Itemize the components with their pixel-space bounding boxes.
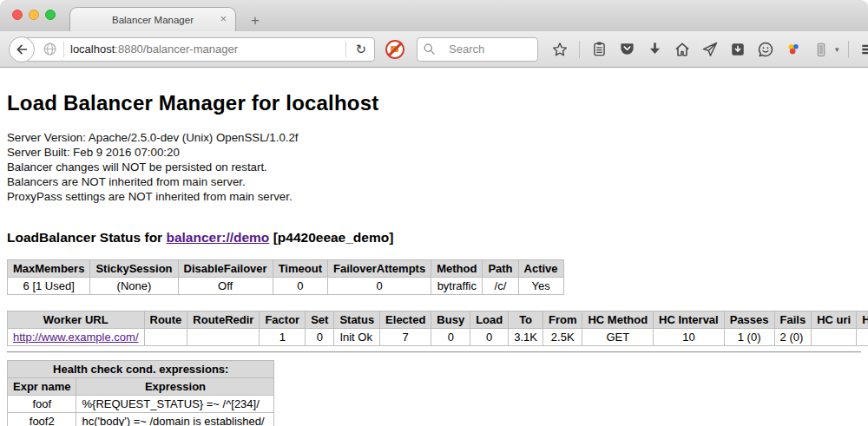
column-header: StickySession	[90, 260, 178, 278]
server-info-line: Balancers are NOT inherited from main se…	[7, 174, 861, 189]
column-header: Busy	[431, 311, 470, 329]
bookmark-star-icon[interactable]	[549, 39, 570, 60]
url-path: :8880/balancer-manager	[115, 43, 238, 56]
worker-url-link[interactable]: http://www.example.com/	[13, 331, 139, 344]
cell-worker-url: http://www.example.com/	[8, 329, 145, 346]
column-header: Passes	[724, 311, 774, 329]
url-host: localhost	[70, 43, 115, 56]
column-header: Factor	[260, 311, 306, 329]
server-info-line: Balancer changes will NOT be persisted o…	[7, 160, 861, 174]
back-arrow-icon	[15, 43, 29, 56]
close-window-button[interactable]	[12, 10, 23, 20]
column-header: HC Interval	[654, 311, 725, 329]
table-title-row: Health check cond. expressions:	[8, 361, 274, 378]
cell-load: 0	[470, 329, 509, 346]
clipboard-battery-icon[interactable]	[811, 39, 832, 60]
cell-expression: %{REQUEST_STATUS} =~ /^[234]/	[76, 396, 274, 413]
expression-row: foof %{REQUEST_STATUS} =~ /^[234]/	[8, 396, 274, 413]
column-header: Method	[431, 260, 483, 278]
column-header: DisableFailover	[178, 260, 273, 278]
column-header: Active	[518, 260, 563, 278]
balancer-status-heading: LoadBalancer Status for balancer://demo …	[7, 230, 861, 246]
toolbar-divider-2	[848, 41, 849, 58]
home-icon[interactable]	[672, 39, 693, 60]
balancer-settings-table: MaxMembers StickySession DisableFailover…	[7, 259, 564, 295]
cell-passes: 1 (0)	[724, 329, 774, 346]
cell-hc-method: GET	[582, 329, 654, 346]
dropdown-caret-icon[interactable]: ▾	[835, 45, 839, 54]
column-header: Route	[144, 311, 187, 329]
globe-icon	[43, 42, 57, 56]
cell-from: 2.5K	[542, 329, 582, 346]
search-box[interactable]	[417, 37, 538, 62]
column-header: MaxMembers	[8, 260, 90, 278]
feedback-smiley-icon[interactable]	[755, 39, 776, 60]
cell-maxmembers: 6 [1 Used]	[8, 278, 90, 295]
worker-table: Worker URL Route RouteRedir Factor Set S…	[7, 311, 868, 346]
pocket-icon[interactable]	[616, 39, 637, 60]
cell-hc-expr: foof2	[857, 329, 868, 346]
table-header-row: Expr name Expression	[8, 378, 274, 396]
cell-set: 0	[306, 329, 334, 346]
page-title: Load Balancer Manager for localhost	[7, 91, 861, 115]
download-icon[interactable]	[644, 39, 665, 60]
column-header: To	[509, 311, 543, 329]
close-tab-icon[interactable]: ×	[220, 12, 227, 25]
cell-active: Yes	[518, 278, 563, 295]
column-header: HC Expr	[857, 311, 868, 329]
cell-route	[144, 329, 187, 346]
search-icon	[423, 43, 436, 56]
column-header: Status	[334, 311, 380, 329]
back-button[interactable]	[9, 36, 35, 62]
balancer-demo-link[interactable]: balancer://demo	[166, 230, 269, 245]
column-header: Elected	[380, 311, 431, 329]
page-content: Load Balancer Manager for localhost Serv…	[0, 68, 868, 426]
urlbar-divider	[63, 42, 64, 57]
cell-busy: 0	[431, 329, 470, 346]
url-text: localhost:8880/balancer-manager	[70, 43, 339, 56]
cell-failoverattempts: 0	[327, 278, 431, 295]
plugin-blocked-icon[interactable]	[385, 40, 404, 59]
colored-dots-icon[interactable]	[783, 39, 804, 60]
expression-row: foof2 hc('body') =~ /domain is establish…	[8, 413, 274, 426]
url-bar[interactable]: localhost:8880/balancer-manager ↻	[21, 37, 375, 62]
window-controls	[12, 10, 56, 20]
cell-hc-interval: 10	[654, 329, 725, 346]
column-header: Timeout	[273, 260, 327, 278]
cell-elected: 7	[380, 329, 431, 346]
urlbar-divider-2	[345, 42, 346, 57]
zoom-window-button[interactable]	[45, 10, 56, 20]
reading-list-icon[interactable]	[589, 39, 609, 60]
new-tab-button[interactable]: +	[245, 12, 266, 29]
status-heading-suffix: [p4420eeae_demo]	[269, 230, 393, 245]
cell-method: bytraffic	[431, 278, 483, 295]
server-info: Server Version: Apache/2.5.0-dev (Unix) …	[7, 130, 861, 204]
tab-balancer-manager[interactable]: Balancer Manager ×	[69, 7, 236, 31]
cell-routeredir	[187, 329, 260, 346]
table-header-row: MaxMembers StickySession DisableFailover…	[8, 260, 564, 278]
cell-expr-name: foof2	[8, 413, 76, 426]
table-header-row: Worker URL Route RouteRedir Factor Set S…	[8, 311, 868, 329]
toolbar-divider	[579, 41, 580, 58]
column-header: Worker URL	[8, 311, 145, 329]
menu-icon[interactable]	[858, 39, 868, 60]
save-panel-icon[interactable]	[727, 39, 748, 60]
search-input[interactable]	[449, 43, 527, 56]
reload-icon[interactable]: ↻	[352, 42, 369, 57]
status-heading-prefix: LoadBalancer Status for	[7, 230, 166, 245]
worker-row: http://www.example.com/ 1 0 Init Ok 7 0 …	[8, 329, 868, 346]
column-header: HC Method	[582, 311, 654, 329]
cell-to: 3.1K	[509, 329, 543, 346]
minimize-window-button[interactable]	[29, 10, 39, 20]
server-info-line: Server Built: Feb 9 2016 07:00:20	[7, 145, 861, 160]
column-header: Fails	[774, 311, 812, 329]
send-plane-icon[interactable]	[700, 39, 720, 60]
cell-factor: 1	[260, 329, 306, 346]
tab-bar: Balancer Manager × +	[0, 0, 868, 31]
health-check-table: Health check cond. expressions: Expr nam…	[7, 360, 274, 426]
cell-status: Init Ok	[334, 329, 380, 346]
separator-rule	[7, 351, 861, 353]
cell-fails: 2 (0)	[774, 329, 812, 346]
tab-title: Balancer Manager	[112, 15, 194, 25]
table-row: 6 [1 Used] (None) Off 0 0 bytraffic /c/ …	[8, 278, 564, 295]
